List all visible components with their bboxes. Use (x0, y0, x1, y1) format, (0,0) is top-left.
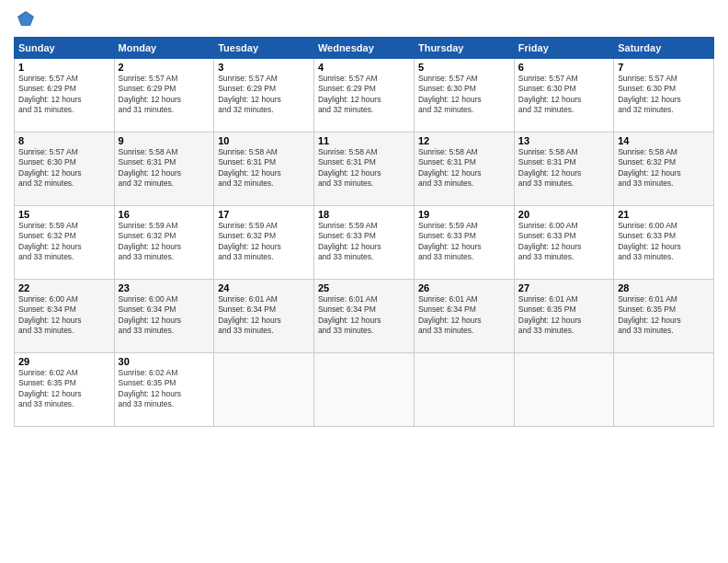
day-number: 15 (18, 209, 110, 220)
day-cell: 20Sunrise: 6:00 AM Sunset: 6:33 PM Dayli… (514, 206, 613, 280)
day-cell: 19Sunrise: 5:59 AM Sunset: 6:33 PM Dayli… (414, 206, 514, 280)
day-cell: 22Sunrise: 6:00 AM Sunset: 6:34 PM Dayli… (15, 280, 115, 353)
day-number: 1 (18, 62, 110, 73)
day-info: Sunrise: 5:58 AM Sunset: 6:31 PM Dayligh… (218, 147, 310, 190)
day-number: 16 (119, 209, 210, 220)
day-cell: 30Sunrise: 6:02 AM Sunset: 6:35 PM Dayli… (114, 353, 214, 427)
day-cell: 10Sunrise: 5:58 AM Sunset: 6:31 PM Dayli… (214, 132, 314, 206)
logo-flag-icon (16, 9, 36, 29)
day-number: 10 (218, 135, 310, 146)
day-cell: 2Sunrise: 5:57 AM Sunset: 6:29 PM Daylig… (114, 59, 214, 132)
day-cell: 18Sunrise: 5:59 AM Sunset: 6:33 PM Dayli… (313, 206, 414, 280)
header-row: SundayMondayTuesdayWednesdayThursdayFrid… (15, 38, 714, 59)
day-number: 9 (119, 135, 210, 146)
day-number: 27 (518, 282, 609, 293)
week-row-2: 8Sunrise: 5:57 AM Sunset: 6:30 PM Daylig… (15, 132, 714, 206)
day-number: 24 (218, 282, 310, 293)
day-cell: 25Sunrise: 6:01 AM Sunset: 6:34 PM Dayli… (313, 280, 414, 353)
day-number: 2 (119, 62, 210, 73)
day-cell: 11Sunrise: 5:58 AM Sunset: 6:31 PM Dayli… (313, 132, 414, 206)
day-info: Sunrise: 5:57 AM Sunset: 6:29 PM Dayligh… (119, 74, 210, 116)
day-number: 3 (218, 62, 310, 73)
day-info: Sunrise: 5:58 AM Sunset: 6:32 PM Dayligh… (618, 147, 710, 190)
day-number: 12 (418, 135, 510, 146)
col-header-wednesday: Wednesday (313, 38, 414, 59)
day-number: 30 (119, 356, 210, 367)
day-info: Sunrise: 5:57 AM Sunset: 6:29 PM Dayligh… (218, 74, 310, 116)
col-header-tuesday: Tuesday (214, 38, 314, 59)
day-cell: 29Sunrise: 6:02 AM Sunset: 6:35 PM Dayli… (15, 353, 115, 427)
day-info: Sunrise: 6:00 AM Sunset: 6:34 PM Dayligh… (119, 294, 210, 337)
day-info: Sunrise: 5:57 AM Sunset: 6:30 PM Dayligh… (418, 74, 510, 116)
day-info: Sunrise: 6:01 AM Sunset: 6:34 PM Dayligh… (418, 294, 510, 337)
day-number: 29 (18, 356, 110, 367)
day-cell: 16Sunrise: 5:59 AM Sunset: 6:32 PM Dayli… (114, 206, 214, 280)
day-info: Sunrise: 6:00 AM Sunset: 6:33 PM Dayligh… (618, 221, 710, 263)
day-info: Sunrise: 6:00 AM Sunset: 6:34 PM Dayligh… (18, 294, 110, 337)
day-cell (414, 353, 514, 427)
day-number: 22 (18, 282, 110, 293)
day-info: Sunrise: 5:57 AM Sunset: 6:30 PM Dayligh… (518, 74, 609, 116)
day-cell: 21Sunrise: 6:00 AM Sunset: 6:33 PM Dayli… (614, 206, 714, 280)
day-info: Sunrise: 5:57 AM Sunset: 6:29 PM Dayligh… (18, 74, 110, 116)
day-number: 25 (318, 282, 410, 293)
calendar-header: SundayMondayTuesdayWednesdayThursdayFrid… (15, 38, 714, 59)
col-header-monday: Monday (114, 38, 214, 59)
day-info: Sunrise: 6:01 AM Sunset: 6:34 PM Dayligh… (318, 294, 410, 337)
day-info: Sunrise: 6:00 AM Sunset: 6:33 PM Dayligh… (518, 221, 609, 263)
col-header-sunday: Sunday (15, 38, 115, 59)
day-info: Sunrise: 5:57 AM Sunset: 6:29 PM Dayligh… (318, 74, 410, 116)
week-row-1: 1Sunrise: 5:57 AM Sunset: 6:29 PM Daylig… (15, 59, 714, 132)
day-cell: 8Sunrise: 5:57 AM Sunset: 6:30 PM Daylig… (15, 132, 115, 206)
day-cell: 27Sunrise: 6:01 AM Sunset: 6:35 PM Dayli… (514, 280, 613, 353)
day-number: 8 (18, 135, 110, 146)
day-cell: 17Sunrise: 5:59 AM Sunset: 6:32 PM Dayli… (214, 206, 314, 280)
day-number: 19 (418, 209, 510, 220)
day-cell (514, 353, 613, 427)
page: SundayMondayTuesdayWednesdayThursdayFrid… (0, 0, 728, 563)
day-info: Sunrise: 5:58 AM Sunset: 6:31 PM Dayligh… (418, 147, 510, 190)
day-number: 18 (318, 209, 410, 220)
day-number: 21 (618, 209, 710, 220)
day-number: 17 (218, 209, 310, 220)
day-cell: 15Sunrise: 5:59 AM Sunset: 6:32 PM Dayli… (15, 206, 115, 280)
day-number: 20 (518, 209, 609, 220)
day-info: Sunrise: 6:01 AM Sunset: 6:35 PM Dayligh… (618, 294, 710, 337)
day-cell (313, 353, 414, 427)
day-number: 5 (418, 62, 510, 73)
day-cell (214, 353, 314, 427)
day-number: 23 (119, 282, 210, 293)
day-cell: 13Sunrise: 5:58 AM Sunset: 6:31 PM Dayli… (514, 132, 613, 206)
calendar-table: SundayMondayTuesdayWednesdayThursdayFrid… (14, 37, 714, 427)
logo (14, 9, 36, 29)
day-number: 7 (618, 62, 710, 73)
week-row-4: 22Sunrise: 6:00 AM Sunset: 6:34 PM Dayli… (15, 280, 714, 353)
day-cell: 14Sunrise: 5:58 AM Sunset: 6:32 PM Dayli… (614, 132, 714, 206)
day-cell: 23Sunrise: 6:00 AM Sunset: 6:34 PM Dayli… (114, 280, 214, 353)
day-info: Sunrise: 6:01 AM Sunset: 6:34 PM Dayligh… (218, 294, 310, 337)
day-info: Sunrise: 6:02 AM Sunset: 6:35 PM Dayligh… (119, 368, 210, 410)
day-cell: 3Sunrise: 5:57 AM Sunset: 6:29 PM Daylig… (214, 59, 314, 132)
week-row-5: 29Sunrise: 6:02 AM Sunset: 6:35 PM Dayli… (15, 353, 714, 427)
day-cell: 26Sunrise: 6:01 AM Sunset: 6:34 PM Dayli… (414, 280, 514, 353)
day-info: Sunrise: 5:58 AM Sunset: 6:31 PM Dayligh… (318, 147, 410, 190)
calendar-body: 1Sunrise: 5:57 AM Sunset: 6:29 PM Daylig… (15, 59, 714, 427)
day-info: Sunrise: 5:57 AM Sunset: 6:30 PM Dayligh… (618, 74, 710, 116)
day-info: Sunrise: 5:59 AM Sunset: 6:33 PM Dayligh… (418, 221, 510, 263)
day-cell: 9Sunrise: 5:58 AM Sunset: 6:31 PM Daylig… (114, 132, 214, 206)
day-info: Sunrise: 5:59 AM Sunset: 6:33 PM Dayligh… (318, 221, 410, 263)
day-info: Sunrise: 5:59 AM Sunset: 6:32 PM Dayligh… (18, 221, 110, 263)
day-cell: 12Sunrise: 5:58 AM Sunset: 6:31 PM Dayli… (414, 132, 514, 206)
day-number: 6 (518, 62, 609, 73)
day-info: Sunrise: 6:01 AM Sunset: 6:35 PM Dayligh… (518, 294, 609, 337)
col-header-saturday: Saturday (614, 38, 714, 59)
day-info: Sunrise: 5:58 AM Sunset: 6:31 PM Dayligh… (518, 147, 609, 190)
header (14, 9, 714, 29)
day-cell: 5Sunrise: 5:57 AM Sunset: 6:30 PM Daylig… (414, 59, 514, 132)
day-number: 26 (418, 282, 510, 293)
day-cell: 28Sunrise: 6:01 AM Sunset: 6:35 PM Dayli… (614, 280, 714, 353)
day-number: 4 (318, 62, 410, 73)
day-cell: 24Sunrise: 6:01 AM Sunset: 6:34 PM Dayli… (214, 280, 314, 353)
day-number: 11 (318, 135, 410, 146)
week-row-3: 15Sunrise: 5:59 AM Sunset: 6:32 PM Dayli… (15, 206, 714, 280)
